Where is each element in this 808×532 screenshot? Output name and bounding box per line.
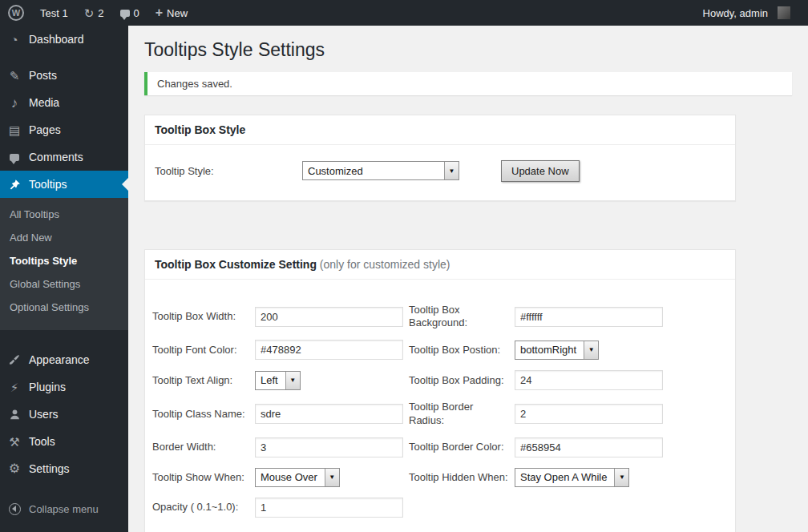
sidebar-item-label: Tooltips bbox=[29, 178, 128, 191]
show-when-select[interactable]: Mouse Over bbox=[255, 468, 340, 487]
sidebar-item-label: Settings bbox=[29, 462, 128, 475]
main-content: Tooltips Style Settings Changes saved. T… bbox=[128, 26, 808, 532]
updates-count: 2 bbox=[98, 7, 103, 19]
panel-title: Tooltip Box Customize Setting bbox=[155, 258, 317, 271]
box-padding-label: Tooltip Box Padding: bbox=[409, 374, 515, 387]
comments-link[interactable]: 0 bbox=[112, 0, 147, 26]
class-name-input[interactable] bbox=[255, 404, 403, 424]
pages-icon bbox=[0, 124, 29, 136]
sidebar-item-tools[interactable]: Tools bbox=[0, 428, 128, 455]
users-icon bbox=[0, 409, 29, 421]
sidebar-item-plugins[interactable]: Plugins bbox=[0, 373, 128, 401]
collapse-menu-button[interactable]: Collapse menu bbox=[0, 495, 128, 522]
text-align-select[interactable]: Left bbox=[255, 371, 301, 390]
border-width-input[interactable] bbox=[255, 437, 403, 457]
plus-icon bbox=[156, 6, 163, 19]
tooltip-customize-panel: Tooltip Box Customize Setting (only for … bbox=[144, 249, 736, 532]
wordpress-logo-icon bbox=[8, 5, 24, 21]
font-color-label: Tooltip Font Color: bbox=[152, 344, 255, 357]
menu-separator bbox=[0, 330, 128, 346]
class-name-label: Tooltip Class Name: bbox=[152, 408, 255, 421]
select-value: bottomRight bbox=[515, 341, 584, 359]
box-background-input[interactable] bbox=[515, 307, 663, 327]
border-radius-input[interactable] bbox=[515, 404, 663, 424]
submenu-item-global-settings[interactable]: Global Settings bbox=[0, 272, 128, 296]
new-content-button[interactable]: New bbox=[147, 0, 196, 26]
border-color-label: Tooltip Border Color: bbox=[409, 441, 515, 453]
updates-link[interactable]: 2 bbox=[76, 0, 112, 26]
select-value: Customized bbox=[303, 162, 444, 179]
tooltip-box-style-panel: Tooltip Box Style Tooltip Style: Customi… bbox=[144, 115, 736, 201]
plugins-icon bbox=[0, 381, 29, 393]
sidebar-item-settings[interactable]: Settings bbox=[0, 455, 128, 482]
dropdown-arrow-icon bbox=[614, 469, 628, 486]
show-when-label: Tooltip Show When: bbox=[152, 471, 255, 484]
opacity-input[interactable] bbox=[255, 498, 403, 518]
tooltip-style-select[interactable]: Customized bbox=[302, 161, 459, 180]
panel-title: Tooltip Box Style bbox=[155, 123, 245, 136]
notice-text: Changes saved. bbox=[157, 78, 232, 90]
sidebar-item-label: Tools bbox=[29, 435, 128, 448]
box-padding-input[interactable] bbox=[515, 370, 663, 390]
border-color-input[interactable] bbox=[515, 437, 663, 457]
sidebar-item-media[interactable]: Media bbox=[0, 89, 128, 116]
sidebar-item-dashboard[interactable]: Dashboard bbox=[0, 26, 128, 53]
submenu-item-add-new[interactable]: Add New bbox=[0, 226, 128, 249]
site-name-link[interactable]: Test 1 bbox=[32, 0, 76, 26]
tooltip-style-label: Tooltip Style: bbox=[155, 165, 302, 177]
sidebar-item-label: Media bbox=[29, 96, 128, 109]
tools-icon bbox=[0, 436, 29, 448]
menu-separator bbox=[0, 53, 128, 62]
success-notice: Changes saved. bbox=[144, 72, 792, 95]
sidebar-item-pages[interactable]: Pages bbox=[0, 116, 128, 143]
comments-count: 0 bbox=[134, 7, 139, 19]
dropdown-arrow-icon bbox=[285, 372, 300, 389]
sidebar-item-appearance[interactable]: Appearance bbox=[0, 346, 128, 373]
box-position-select[interactable]: bottomRight bbox=[515, 341, 599, 360]
collapse-arrow-icon bbox=[0, 503, 29, 515]
box-width-input[interactable] bbox=[255, 307, 403, 327]
site-name: Test 1 bbox=[40, 7, 68, 19]
new-label: New bbox=[167, 7, 188, 19]
media-icon bbox=[0, 96, 29, 110]
box-background-label: Tooltip Box Background: bbox=[409, 304, 515, 330]
sidebar-item-users[interactable]: Users bbox=[0, 401, 128, 428]
howdy-text: Howdy, admin bbox=[703, 7, 768, 19]
dropdown-arrow-icon bbox=[584, 341, 598, 359]
sidebar-item-label: Appearance bbox=[29, 353, 128, 366]
font-color-input[interactable] bbox=[255, 340, 403, 360]
submenu-item-optional-settings[interactable]: Optional Settings bbox=[0, 296, 128, 319]
dropdown-arrow-icon bbox=[444, 162, 459, 179]
avatar bbox=[778, 6, 790, 19]
my-account-link[interactable]: Howdy, admin bbox=[695, 6, 798, 19]
sidebar-item-comments[interactable]: Comments bbox=[0, 143, 128, 171]
hidden-when-select[interactable]: Stay Open A While bbox=[515, 468, 629, 487]
select-value: Left bbox=[256, 372, 285, 389]
dashboard-icon bbox=[0, 34, 29, 46]
admin-bar: Test 1 2 0 New Howdy, admin bbox=[0, 0, 808, 26]
sidebar-item-label: Comments bbox=[29, 151, 128, 163]
panel-body: Tooltip Style: Customized Update Now bbox=[145, 145, 735, 200]
tooltips-submenu: All Tooltips Add New Tooltips Style Glob… bbox=[0, 198, 128, 330]
admin-bar-right: Howdy, admin bbox=[695, 0, 808, 26]
page-title: Tooltips Style Settings bbox=[144, 38, 792, 62]
sidebar: Dashboard Posts Media Pages Comments Too… bbox=[0, 26, 128, 532]
sidebar-item-label: Plugins bbox=[29, 381, 128, 393]
sidebar-item-posts[interactable]: Posts bbox=[0, 62, 128, 89]
sidebar-item-tooltips[interactable]: Tooltips bbox=[0, 171, 128, 198]
update-now-button[interactable]: Update Now bbox=[501, 160, 580, 182]
select-value: Mouse Over bbox=[256, 469, 325, 486]
dropdown-arrow-icon bbox=[325, 469, 339, 486]
updates-icon bbox=[84, 7, 95, 19]
opacity-label: Opacity ( 0.1~1.0): bbox=[152, 501, 255, 514]
select-value: Stay Open A While bbox=[515, 469, 614, 486]
box-position-label: Tooltip Box Postion: bbox=[409, 344, 515, 357]
comments-bubble-icon bbox=[120, 10, 130, 17]
admin-bar-left: Test 1 2 0 New bbox=[0, 0, 196, 26]
settings-icon bbox=[0, 462, 29, 475]
submenu-item-tooltips-style[interactable]: Tooltips Style bbox=[0, 249, 128, 272]
hidden-when-label: Tooltip Hidden When: bbox=[409, 471, 515, 484]
submenu-item-all-tooltips[interactable]: All Tooltips bbox=[0, 203, 128, 226]
comments-icon bbox=[0, 154, 29, 161]
wp-logo-button[interactable] bbox=[0, 0, 32, 26]
